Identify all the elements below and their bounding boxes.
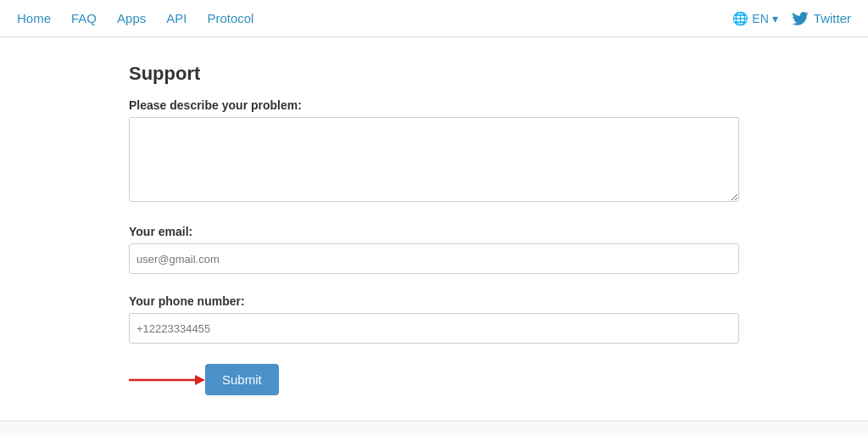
nav-protocol[interactable]: Protocol	[207, 11, 253, 25]
problem-label: Please describe your problem:	[129, 98, 739, 112]
twitter-button[interactable]: Twitter	[792, 11, 851, 25]
page-title: Support	[129, 63, 739, 85]
arrow-icon	[129, 372, 205, 388]
nav-api[interactable]: API	[166, 11, 186, 25]
phone-group: Your phone number:	[129, 294, 739, 355]
arrow-indicator	[129, 372, 205, 388]
problem-textarea[interactable]	[129, 117, 739, 202]
navbar: Home FAQ Apps API Protocol 🌐 EN ▾ Twitte…	[0, 0, 868, 37]
globe-icon: 🌐	[732, 11, 748, 26]
svg-marker-1	[195, 375, 205, 385]
problem-group: Please describe your problem:	[129, 98, 739, 216]
language-selector[interactable]: 🌐 EN ▾	[732, 11, 777, 26]
nav-home[interactable]: Home	[17, 11, 51, 25]
submit-wrapper: Submit	[129, 364, 739, 395]
nav-faq[interactable]: FAQ	[71, 11, 97, 25]
email-label: Your email:	[129, 225, 739, 238]
nav-apps[interactable]: Apps	[117, 11, 146, 25]
lang-label: EN	[752, 12, 768, 25]
nav-right: 🌐 EN ▾ Twitter	[732, 11, 851, 26]
email-input[interactable]	[129, 243, 739, 274]
email-group: Your email:	[129, 225, 739, 286]
nav-links: Home FAQ Apps API Protocol	[17, 11, 732, 25]
submit-button[interactable]: Submit	[205, 364, 279, 395]
phone-label: Your phone number:	[129, 294, 739, 308]
phone-input[interactable]	[129, 313, 739, 344]
main-content: Support Please describe your problem: Yo…	[112, 37, 756, 421]
footer: Telegram Telegram is a cloud-based mobil…	[0, 421, 868, 436]
twitter-icon	[792, 12, 809, 25]
twitter-label: Twitter	[814, 11, 851, 25]
chevron-down-icon: ▾	[772, 12, 778, 25]
